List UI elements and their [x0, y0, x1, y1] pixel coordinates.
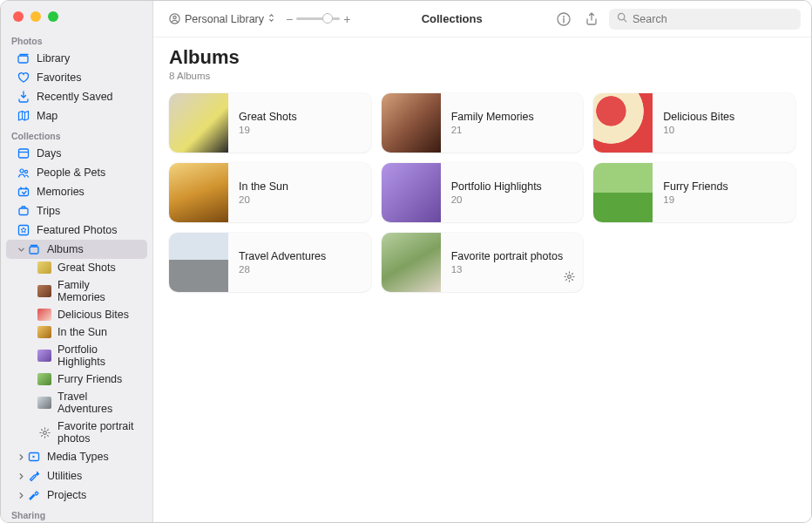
- sidebar-item-label: Delicious Bites: [58, 309, 129, 321]
- map-icon: [17, 109, 30, 123]
- sidebar-item-label: Favorite portrait photos: [58, 420, 140, 445]
- sidebar-item-utilities[interactable]: Utilities: [6, 466, 147, 486]
- album-thumbnail: [593, 93, 653, 153]
- info-button[interactable]: [553, 9, 574, 30]
- sidebar-item-label: Map: [37, 110, 58, 122]
- library-switcher[interactable]: Personal Library: [164, 10, 279, 28]
- main-pane: Personal Library − + Collections Albums …: [153, 1, 811, 522]
- sidebar-album-delicious-bites[interactable]: Delicious Bites: [6, 306, 147, 323]
- sidebar-item-people-pets[interactable]: People & Pets: [6, 163, 147, 182]
- svg-rect-5: [19, 208, 28, 215]
- album-title: Great Shots: [239, 111, 297, 123]
- album-count: 21: [451, 125, 534, 135]
- search-field[interactable]: [609, 9, 801, 30]
- album-thumbnail: [169, 93, 228, 153]
- sidebar-album-travel-adventures[interactable]: Travel Adventures: [6, 388, 147, 418]
- album-thumbnail: [382, 93, 441, 153]
- album-thumb-icon: [37, 309, 51, 321]
- zoom-in-label: +: [343, 12, 350, 26]
- sidebar-item-label: Projects: [47, 489, 86, 501]
- album-title: Delicious Bites: [663, 111, 734, 123]
- media-types-icon: [27, 450, 41, 464]
- album-card-furry-friends[interactable]: Furry Friends19: [593, 163, 795, 222]
- zoom-window-button[interactable]: [48, 11, 58, 22]
- sidebar-item-label: Library: [37, 52, 70, 65]
- updown-chevron-icon: [267, 12, 275, 26]
- album-thumbnail: [169, 233, 228, 292]
- sidebar-item-label: Days: [37, 147, 61, 160]
- album-card-family-memories[interactable]: Family Memories21: [382, 93, 584, 153]
- svg-point-15: [563, 16, 565, 17]
- search-input[interactable]: [633, 13, 794, 25]
- album-thumbnail: [382, 163, 441, 222]
- album-count: 20: [451, 194, 542, 205]
- album-title: Favorite portrait photos: [451, 250, 564, 262]
- sidebar-album-in-the-sun[interactable]: In the Sun: [6, 323, 147, 341]
- sidebar-item-label: Furry Friends: [58, 373, 122, 385]
- disclosure-right-icon[interactable]: [17, 452, 25, 461]
- toolbar-title: Collections: [422, 12, 483, 25]
- person-crop-icon: [167, 12, 181, 26]
- sidebar-album-portfolio-highlights[interactable]: Portfolio Highlights: [6, 341, 147, 370]
- disclosure-right-icon[interactable]: [17, 472, 25, 480]
- sidebar-album-family-memories[interactable]: Family Memories: [6, 276, 147, 306]
- star-square-icon: [17, 223, 30, 237]
- disclosure-down-icon[interactable]: [17, 245, 25, 254]
- album-title: Family Memories: [451, 111, 534, 123]
- toolbar: Personal Library − + Collections: [153, 1, 811, 37]
- album-count-label: 8 Albums: [169, 71, 795, 81]
- thumbnail-zoom-slider[interactable]: − +: [286, 12, 350, 26]
- disclosure-right-icon[interactable]: [17, 491, 25, 499]
- album-thumbnail: [593, 163, 653, 222]
- sidebar-item-recently-saved[interactable]: Recently Saved: [6, 87, 147, 106]
- hammer-icon: [27, 488, 41, 502]
- sidebar-item-featured-photos[interactable]: Featured Photos: [6, 221, 147, 240]
- sidebar-item-label: Trips: [37, 205, 60, 217]
- download-tray-icon: [17, 90, 30, 104]
- gear-icon: [37, 425, 51, 439]
- sidebar-album-favorite-portrait[interactable]: Favorite portrait photos: [6, 418, 147, 447]
- share-button[interactable]: [581, 9, 602, 30]
- sidebar-item-media-types[interactable]: Media Types: [6, 447, 147, 466]
- sidebar-item-label: Albums: [47, 243, 84, 255]
- sidebar-item-label: Memories: [37, 186, 85, 198]
- zoom-knob[interactable]: [322, 13, 333, 24]
- album-card-great-shots[interactable]: Great Shots19: [169, 93, 371, 153]
- sidebar-item-trips[interactable]: Trips: [6, 201, 147, 221]
- smart-album-gear-icon: [563, 270, 576, 287]
- sidebar-item-albums[interactable]: Albums: [6, 240, 147, 259]
- sidebar-item-memories[interactable]: Memories: [6, 182, 147, 201]
- sidebar-item-days[interactable]: Days: [6, 144, 147, 163]
- sidebar-item-label: Featured Photos: [37, 224, 117, 236]
- minimize-window-button[interactable]: [30, 11, 41, 22]
- sidebar-section-photos: Photos: [1, 31, 152, 49]
- sidebar-section-sharing: Sharing: [1, 505, 152, 522]
- sidebar-item-label: Favorites: [37, 71, 81, 84]
- window-controls: [1, 1, 152, 31]
- svg-rect-0: [18, 56, 28, 63]
- sidebar-album-great-shots[interactable]: Great Shots: [6, 259, 147, 276]
- album-card-in-the-sun[interactable]: In the Sun20: [169, 163, 371, 222]
- album-card-delicious-bites[interactable]: Delicious Bites10: [593, 93, 795, 153]
- close-window-button[interactable]: [13, 11, 24, 22]
- albums-icon: [27, 242, 41, 256]
- sidebar-album-furry-friends[interactable]: Furry Friends: [6, 370, 147, 388]
- album-card-portfolio-highlights[interactable]: Portfolio Highlights20: [382, 163, 584, 222]
- album-card-favorite-portrait[interactable]: Favorite portrait photos13: [382, 233, 584, 292]
- album-thumbnail: [382, 233, 441, 292]
- sidebar-item-label: Portfolio Highlights: [58, 343, 140, 368]
- album-thumb-icon: [37, 397, 51, 409]
- album-count: 19: [663, 194, 727, 205]
- sidebar-item-map[interactable]: Map: [6, 106, 147, 126]
- sidebar-item-projects[interactable]: Projects: [6, 486, 147, 505]
- svg-rect-7: [30, 247, 38, 254]
- sidebar-item-favorites[interactable]: Favorites: [6, 68, 147, 87]
- album-title: Travel Adventures: [239, 250, 326, 262]
- album-count: 13: [451, 264, 564, 275]
- sidebar-item-library[interactable]: Library: [6, 49, 147, 68]
- svg-rect-4: [19, 189, 29, 196]
- album-thumb-icon: [37, 326, 51, 338]
- content-area: Albums 8 Albums Great Shots19 Family Mem…: [153, 37, 811, 522]
- album-card-travel-adventures[interactable]: Travel Adventures28: [169, 233, 371, 292]
- zoom-track[interactable]: [296, 17, 340, 20]
